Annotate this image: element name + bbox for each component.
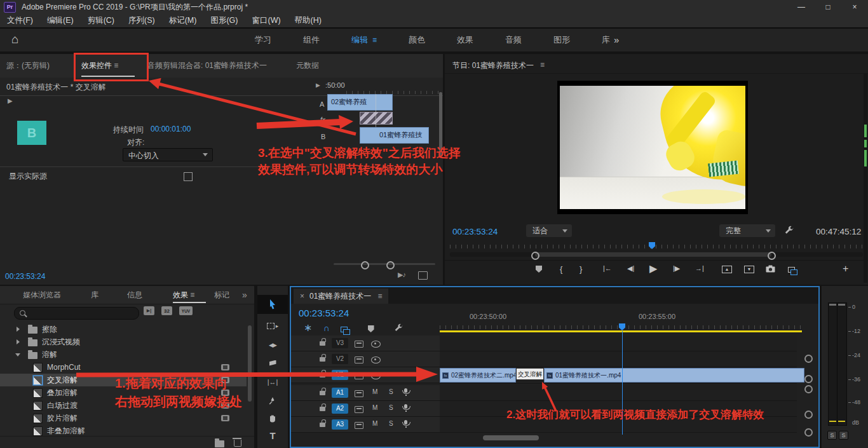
add-marker-button[interactable] [536, 265, 542, 275]
tab-metadata[interactable]: 元数据 [296, 54, 319, 78]
snap-magnet-icon[interactable]: ∩ [323, 323, 330, 333]
export-icon[interactable] [418, 271, 428, 280]
cross-dissolve-transition[interactable]: 交叉溶解 [516, 368, 544, 380]
show-actual-sources-checkbox[interactable] [184, 172, 193, 181]
chevron-down-icon[interactable] [15, 353, 20, 356]
lock-icon[interactable] [320, 373, 325, 377]
lock-icon[interactable] [320, 423, 325, 427]
tab-effects[interactable]: 效果 ≡ [173, 286, 194, 304]
play-audio-icon[interactable]: ▶♪ [398, 271, 405, 279]
track-target-a3[interactable]: A3 [332, 419, 348, 430]
play-transition-icon[interactable]: ▶ [316, 82, 320, 88]
linked-selection-icon[interactable] [341, 325, 356, 334]
button-editor-button[interactable]: + [843, 263, 848, 275]
tool-track-select-forward[interactable]: ▸ [257, 318, 288, 334]
accelerated-effects-filter-icon[interactable]: ▶| [144, 306, 154, 315]
track-resize-handle[interactable] [804, 411, 813, 419]
32bit-filter-icon[interactable]: 32 [161, 306, 172, 315]
track-resize-handle[interactable] [804, 375, 813, 383]
tab-audio-clip-mixer[interactable]: 音频剪辑混合器: 01蜜蜂养殖技术一 [147, 54, 267, 78]
menu-edit[interactable]: 编辑(E) [40, 15, 81, 26]
close-tab-icon[interactable]: × [300, 292, 304, 301]
zoom-handle-left[interactable] [361, 261, 369, 269]
workspace-tab-assembly[interactable]: 组件 [287, 34, 336, 46]
workspace-tab-color[interactable]: 颜色 [393, 34, 441, 46]
solo-button[interactable]: S [389, 388, 393, 395]
minimize-button[interactable]: — [788, 0, 815, 14]
effects-folder-immersive[interactable]: 沉浸式视频 [0, 336, 247, 348]
program-scrollbar-thumb[interactable] [535, 252, 771, 257]
comparison-view-button[interactable] [788, 265, 795, 275]
tab-info[interactable]: 信息 [127, 286, 142, 304]
zoom-handle-right[interactable] [386, 261, 395, 269]
track-lane-a1[interactable] [440, 385, 797, 401]
yuv-filter-icon[interactable]: YUV [179, 306, 193, 315]
solo-button[interactable]: S [389, 404, 393, 411]
clip-02[interactable]: fx02蜜蜂养殖技术二.mp4 [440, 368, 516, 383]
tool-razor[interactable] [257, 355, 288, 371]
track-resize-handle[interactable] [804, 428, 813, 437]
sync-lock-icon[interactable] [355, 356, 363, 363]
scrollbar-thumb[interactable] [248, 325, 252, 402]
solo-button[interactable]: S [389, 420, 393, 427]
maximize-button[interactable]: □ [815, 0, 841, 14]
timeline-timecode[interactable]: 00:23:53:24 [299, 308, 349, 318]
tool-hand[interactable] [257, 411, 288, 427]
track-lane-v2[interactable] [440, 351, 797, 367]
lock-icon[interactable] [320, 407, 325, 411]
eye-icon[interactable] [371, 372, 381, 379]
menu-file[interactable]: 文件(F) [0, 15, 40, 26]
effects-folder-dissolve[interactable]: 溶解 [0, 348, 247, 361]
sync-lock-icon[interactable] [355, 406, 363, 413]
close-button[interactable]: × [841, 0, 868, 14]
tab-libraries[interactable]: 库 [91, 286, 98, 304]
workspace-overflow-icon[interactable]: » [614, 34, 618, 45]
workspace-tab-learning[interactable]: 学习 [239, 34, 287, 46]
tool-pen[interactable] [257, 393, 288, 409]
timeline-scrollbar-thumb[interactable] [483, 435, 539, 440]
sync-lock-icon[interactable] [355, 372, 363, 379]
mini-clip-a[interactable]: 02蜜蜂养殖 [327, 94, 393, 111]
mini-clip-b[interactable]: 01蜜蜂养殖技 [360, 127, 429, 144]
delete-icon[interactable] [234, 440, 241, 447]
mute-button[interactable]: M [372, 420, 377, 427]
timeline-settings-wrench-icon[interactable] [394, 323, 403, 333]
scroll-handle-right[interactable] [768, 252, 776, 260]
lock-icon[interactable] [320, 357, 325, 362]
panel-overflow-icon[interactable]: » [242, 286, 247, 304]
timeline-playhead-head[interactable] [619, 323, 625, 330]
menu-window[interactable]: 窗口(W) [245, 15, 287, 26]
zoom-level-dropdown[interactable]: 适合 [526, 224, 572, 237]
sync-lock-icon[interactable] [355, 341, 363, 348]
workspace-tab-effects[interactable]: 效果 [441, 34, 489, 46]
mic-icon[interactable] [404, 388, 407, 393]
transition-preview-thumbnail[interactable]: B [17, 121, 46, 145]
sync-lock-icon[interactable] [355, 390, 363, 397]
effect-item-morphcut[interactable]: MorphCut [0, 361, 247, 374]
extract-button[interactable]: ▼ [744, 266, 754, 273]
menu-sequence[interactable]: 序列(S) [121, 15, 162, 26]
zoom-scrollbar-track[interactable] [334, 263, 435, 265]
tool-type[interactable]: T [257, 427, 288, 444]
effects-folder-wipe[interactable]: 擦除 [0, 323, 247, 336]
mark-out-button[interactable]: } [580, 264, 582, 274]
eye-icon[interactable] [371, 356, 381, 363]
tool-selection[interactable] [257, 295, 288, 314]
mic-icon[interactable] [404, 404, 407, 409]
chevron-right-icon[interactable] [17, 327, 20, 332]
lift-button[interactable]: ▲ [722, 266, 732, 273]
mute-button[interactable]: M [372, 404, 377, 411]
workspace-tab-editing[interactable]: 编辑≡ [336, 34, 393, 46]
program-timecode[interactable]: 00:23:53:24 [452, 227, 498, 236]
disclosure-triangle-icon[interactable]: ▶ [8, 97, 13, 104]
play-button[interactable]: ▶ [649, 262, 657, 275]
workspace-menu-icon[interactable]: ≡ [372, 36, 377, 44]
track-target-v2[interactable]: V2 [332, 354, 348, 364]
menu-graphics[interactable]: 图形(G) [203, 15, 245, 26]
menu-help[interactable]: 帮助(H) [288, 15, 329, 26]
timeline-sequence-tab[interactable]: × 01蜜蜂养殖技术一 ≡ [294, 288, 388, 304]
solo-right-button[interactable]: S [839, 431, 848, 440]
menu-clip[interactable]: 剪辑(C) [81, 15, 121, 26]
mark-in-button[interactable]: { [560, 264, 562, 274]
new-custom-bin-icon[interactable] [215, 440, 224, 447]
